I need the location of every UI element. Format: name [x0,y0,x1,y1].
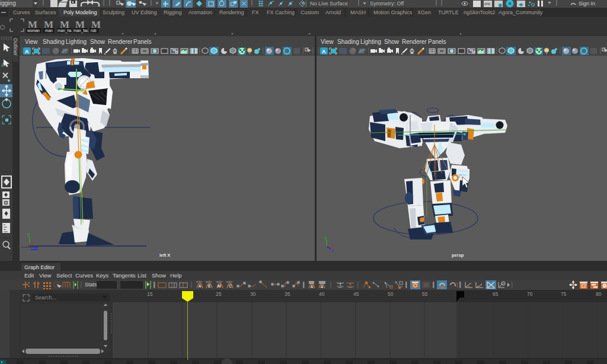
svg-text:z: z [34,244,37,250]
svg-text:A: A [199,284,202,288]
svg-text:a+b+: a+b+ [216,280,223,283]
svg-text:15: 15 [147,291,153,297]
svg-text:y: y [27,231,30,237]
svg-text:rob: rob [91,28,97,33]
svg-text:man: man [45,28,53,33]
svg-text:A: A [25,49,29,55]
svg-text:30: 30 [250,291,256,297]
svg-text:70: 70 [527,291,533,297]
svg-text:y: y [324,235,327,240]
svg-text:a+b+: a+b+ [226,280,233,283]
svg-text:A: A [321,285,324,289]
svg-text:Search...: Search... [35,295,56,301]
svg-text:man_ha: man_ha [57,28,72,33]
svg-text:persp: persp [452,253,464,258]
svg-text:woman: woman [27,28,40,33]
svg-text:A: A [322,49,326,55]
svg-text:Symmetry: Off: Symmetry: Off [370,1,404,7]
svg-text:45: 45 [353,291,359,297]
svg-text:Stats: Stats [85,282,97,288]
svg-text:A: A [311,285,314,289]
svg-text:left X: left X [159,253,170,258]
svg-text:65: 65 [493,291,499,297]
svg-text:a+b+: a+b+ [206,280,212,283]
svg-text:a+b+: a+b+ [196,280,203,283]
svg-text:35: 35 [285,291,290,297]
svg-text:x: x [333,244,335,248]
svg-text:M: M [218,284,221,288]
svg-text:75: 75 [561,291,567,297]
svg-text:80: 80 [596,291,602,297]
svg-text:40: 40 [319,291,325,297]
svg-text:25: 25 [216,291,222,297]
svg-text:E: E [208,284,211,288]
svg-text:IPR: IPR [484,2,491,6]
svg-text:50: 50 [388,291,394,297]
svg-text:No Live Surface: No Live Surface [310,1,348,7]
svg-text:z: z [332,248,334,252]
svg-text:Sign In: Sign In [579,1,595,7]
svg-text:55: 55 [422,291,428,297]
svg-text:C: C [229,284,232,288]
svg-text:man_fac: man_fac [74,28,89,33]
